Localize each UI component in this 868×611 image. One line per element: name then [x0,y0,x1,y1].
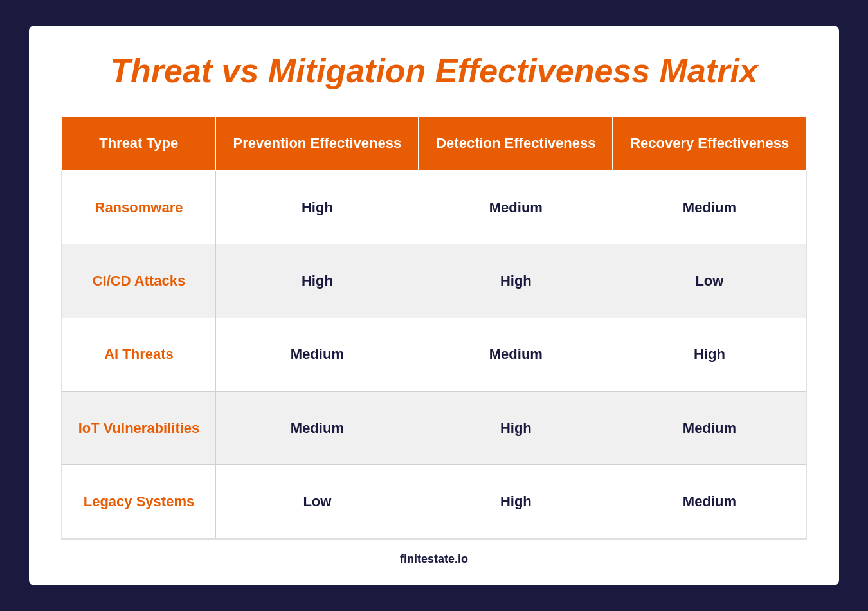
recovery-cell: Low [613,244,806,318]
detection-cell: High [419,392,613,465]
matrix-table: Threat Type Prevention Effectiveness Det… [61,116,807,540]
threat-type-cell: Legacy Systems [62,465,215,539]
header-threat-type: Threat Type [62,116,215,170]
prevention-cell: Low [215,465,419,539]
prevention-cell: Medium [215,318,419,391]
detection-cell: High [419,465,613,539]
recovery-cell: Medium [613,170,806,244]
threat-type-cell: AI Threats [62,318,215,391]
header-detection: Detection Effectiveness [419,116,613,170]
prevention-cell: High [215,244,419,318]
prevention-cell: High [215,170,419,244]
main-card: Threat vs Mitigation Effectiveness Matri… [29,26,839,585]
page-title: Threat vs Mitigation Effectiveness Matri… [110,51,758,90]
footer-text: finitestate.io [400,552,468,566]
detection-cell: Medium [419,170,613,244]
table-row: Legacy SystemsLowHighMedium [62,465,806,539]
detection-cell: High [419,244,613,318]
table-row: IoT VulnerabilitiesMediumHighMedium [62,392,806,465]
header-prevention: Prevention Effectiveness [215,116,419,170]
prevention-cell: Medium [215,392,419,465]
recovery-cell: Medium [613,392,806,465]
recovery-cell: High [613,318,806,391]
table-row: AI ThreatsMediumMediumHigh [62,318,806,391]
table-row: RansomwareHighMediumMedium [62,170,806,244]
detection-cell: Medium [419,318,613,391]
header-recovery: Recovery Effectiveness [613,116,806,170]
threat-type-cell: IoT Vulnerabilities [62,392,215,465]
table-header-row: Threat Type Prevention Effectiveness Det… [62,116,806,170]
threat-type-cell: Ransomware [62,170,215,244]
table-row: CI/CD AttacksHighHighLow [62,244,806,318]
recovery-cell: Medium [613,465,806,539]
threat-type-cell: CI/CD Attacks [62,244,215,318]
